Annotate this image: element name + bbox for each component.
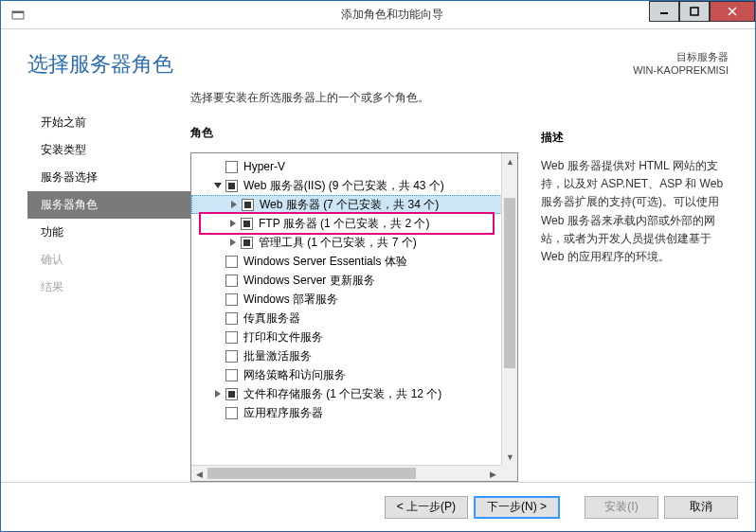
tree-row[interactable]: 传真服务器: [191, 309, 517, 328]
tree-item-label: Web 服务器 (7 个已安装，共 34 个): [260, 197, 509, 213]
tree-item-label: Hyper-V: [243, 160, 510, 173]
tree-row[interactable]: 文件和存储服务 (1 个已安装，共 12 个): [191, 384, 517, 403]
tree-row[interactable]: 管理工具 (1 个已安装，共 7 个): [191, 233, 517, 252]
checkbox[interactable]: [225, 350, 238, 363]
collapse-icon[interactable]: [212, 180, 224, 191]
nav-server-roles[interactable]: 服务器角色: [27, 191, 190, 219]
tree-row[interactable]: 应用程序服务器: [191, 403, 517, 422]
tree-row[interactable]: Windows Server Essentials 体验: [191, 252, 517, 271]
tree-item-label: Windows Server Essentials 体验: [243, 254, 510, 270]
checkbox[interactable]: [225, 312, 238, 325]
page-title: 选择服务器角色: [27, 50, 173, 79]
sidebar-nav: 开始之前 安装类型 服务器选择 服务器角色 功能 确认 结果: [27, 90, 190, 482]
content-area: 选择服务器角色 目标服务器 WIN-KAOPREKMISI 开始之前 安装类型 …: [1, 29, 755, 482]
tree-item-label: 传真服务器: [243, 310, 510, 327]
tree-row[interactable]: 打印和文件服务: [191, 328, 517, 346]
close-button[interactable]: [710, 1, 755, 22]
tree-item-label: 打印和文件服务: [243, 329, 510, 346]
target-server-name: WIN-KAOPREKMISI: [633, 64, 729, 76]
svg-rect-3: [691, 8, 698, 15]
tree-row[interactable]: 网络策略和访问服务: [191, 365, 517, 384]
tree-item-label: 批量激活服务: [243, 348, 510, 364]
target-server-box: 目标服务器 WIN-KAOPREKMISI: [633, 50, 729, 76]
nav-before-begin[interactable]: 开始之前: [27, 109, 190, 136]
scroll-right-button[interactable]: ▶: [485, 466, 501, 482]
previous-button[interactable]: < 上一步(P): [385, 496, 468, 519]
nav-install-type[interactable]: 安装类型: [27, 136, 190, 164]
tree-item-label: Web 服务器(IIS) (9 个已安装，共 43 个): [243, 178, 510, 194]
tree-item-label: 管理工具 (1 个已安装，共 7 个): [259, 235, 510, 251]
button-bar: < 上一步(P) 下一步(N) > 安装(I) 取消: [1, 482, 755, 531]
svg-marker-6: [214, 183, 222, 188]
columns: 开始之前 安装类型 服务器选择 服务器角色 功能 确认 结果 选择要安装在所选服…: [1, 90, 755, 482]
tree-item-label: Windows 部署服务: [243, 292, 510, 308]
scroll-left-button[interactable]: ◀: [191, 466, 207, 482]
cancel-button[interactable]: 取消: [664, 496, 738, 519]
tree-row[interactable]: 批量激活服务: [191, 346, 517, 365]
checkbox[interactable]: [225, 407, 238, 419]
checkbox[interactable]: [225, 180, 238, 192]
scroll-up-button[interactable]: ▲: [502, 153, 518, 169]
expand-icon[interactable]: [228, 199, 240, 210]
header-row: 选择服务器角色 目标服务器 WIN-KAOPREKMISI: [1, 29, 755, 90]
roles-heading: 角色: [190, 125, 518, 141]
scroll-thumb-h[interactable]: [207, 468, 416, 479]
description-column: 描述 Web 服务器提供对 HTML 网站的支持，以及对 ASP.NET、ASP…: [541, 90, 729, 482]
checkbox[interactable]: [241, 237, 253, 249]
checkbox[interactable]: [225, 293, 238, 306]
description-text: Web 服务器提供对 HTML 网站的支持，以及对 ASP.NET、ASP 和 …: [541, 157, 729, 266]
install-button: 安装(I): [585, 496, 658, 519]
maximize-button[interactable]: [679, 1, 710, 22]
tree-row[interactable]: Windows 部署服务: [191, 290, 517, 309]
expand-icon[interactable]: [227, 237, 239, 248]
checkbox[interactable]: [225, 161, 238, 173]
roles-tree[interactable]: Hyper-VWeb 服务器(IIS) (9 个已安装，共 43 个)Web 服…: [190, 152, 518, 482]
checkbox[interactable]: [225, 256, 238, 268]
next-button[interactable]: 下一步(N) >: [474, 496, 560, 519]
tree-item-label: Windows Server 更新服务: [243, 273, 510, 289]
checkbox[interactable]: [225, 331, 238, 344]
svg-marker-7: [231, 201, 237, 208]
scroll-down-button[interactable]: ▼: [502, 449, 518, 465]
vertical-scrollbar[interactable]: ▲ ▼: [501, 153, 517, 465]
description-heading: 描述: [541, 130, 729, 146]
minimize-button[interactable]: [649, 1, 679, 22]
svg-marker-9: [230, 239, 236, 246]
checkbox[interactable]: [241, 218, 253, 230]
tree-row[interactable]: Web 服务器 (7 个已安装，共 34 个): [191, 195, 517, 214]
svg-marker-8: [230, 220, 236, 227]
wizard-window: 添加角色和功能向导 选择服务器角色 目标服务器 WIN-KAOPREKMISI: [0, 0, 756, 532]
tree-row[interactable]: Hyper-V: [191, 157, 517, 176]
checkbox[interactable]: [225, 369, 238, 381]
expand-icon[interactable]: [227, 218, 239, 229]
checkbox[interactable]: [225, 388, 238, 400]
scrollbar-corner: [501, 465, 517, 481]
checkbox[interactable]: [242, 199, 254, 211]
horizontal-scrollbar[interactable]: ◀ ▶: [191, 465, 501, 481]
scroll-thumb-v[interactable]: [504, 198, 515, 368]
nav-server-selection[interactable]: 服务器选择: [27, 164, 190, 191]
tree-item-label: FTP 服务器 (1 个已安装，共 2 个): [259, 216, 510, 232]
tree-row[interactable]: Web 服务器(IIS) (9 个已安装，共 43 个): [191, 176, 517, 195]
titlebar: 添加角色和功能向导: [1, 1, 755, 29]
nav-features[interactable]: 功能: [27, 219, 190, 246]
tree-row[interactable]: Windows Server 更新服务: [191, 271, 517, 290]
target-label: 目标服务器: [633, 50, 729, 64]
expand-icon[interactable]: [212, 388, 224, 399]
nav-results: 结果: [27, 274, 190, 301]
tree-item-label: 文件和存储服务 (1 个已安装，共 12 个): [243, 386, 510, 402]
window-title: 添加角色和功能向导: [29, 7, 755, 23]
svg-rect-1: [12, 11, 24, 13]
tree-item-label: 网络策略和访问服务: [243, 367, 510, 383]
checkbox[interactable]: [225, 275, 238, 287]
tree-item-label: 应用程序服务器: [243, 405, 510, 421]
instruction-text: 选择要安装在所选服务器上的一个或多个角色。: [190, 90, 518, 125]
window-controls: [649, 1, 755, 22]
nav-confirmation: 确认: [27, 246, 190, 274]
tree-row[interactable]: FTP 服务器 (1 个已安装，共 2 个): [191, 214, 517, 233]
center-column: 选择要安装在所选服务器上的一个或多个角色。 角色 Hyper-VWeb 服务器(…: [190, 90, 541, 482]
app-icon: [7, 4, 29, 27]
svg-marker-10: [215, 390, 221, 398]
